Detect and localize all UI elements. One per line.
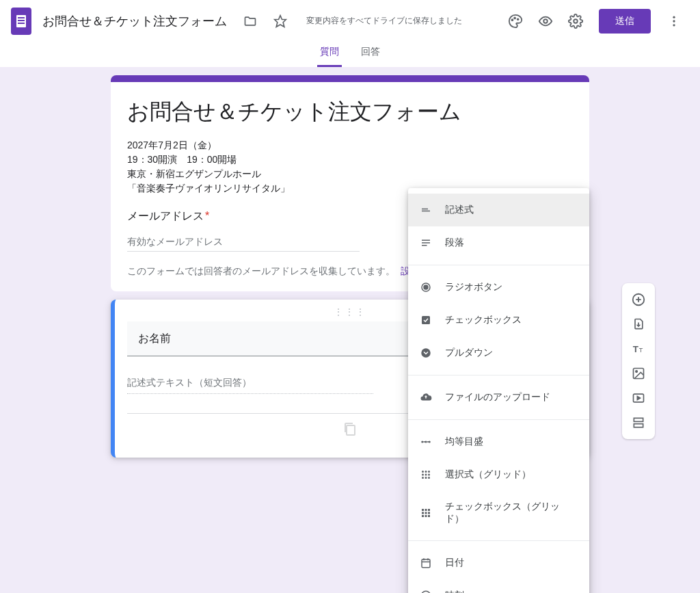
import-questions-icon[interactable] <box>626 312 651 337</box>
option-mc-grid[interactable]: 選択式（グリッド） <box>408 458 589 491</box>
svg-rect-25 <box>422 240 430 241</box>
option-short-answer[interactable]: 記述式 <box>408 194 589 226</box>
svg-rect-21 <box>634 418 643 421</box>
svg-point-43 <box>422 477 424 479</box>
svg-point-18 <box>636 371 638 373</box>
svg-point-29 <box>424 285 428 289</box>
email-input-placeholder: 有効なメールアドレス <box>127 233 360 252</box>
time-icon <box>419 589 433 593</box>
svg-rect-49 <box>422 512 424 514</box>
option-file-upload[interactable]: ファイルのアップロード <box>408 381 589 414</box>
more-icon[interactable] <box>660 8 688 35</box>
dropdown-icon <box>419 346 433 360</box>
svg-point-42 <box>428 474 430 476</box>
svg-point-37 <box>422 471 424 473</box>
option-date[interactable]: 日付 <box>408 546 589 579</box>
svg-rect-30 <box>422 316 430 324</box>
preview-icon[interactable] <box>532 8 559 35</box>
tab-responses[interactable]: 回答 <box>358 42 383 67</box>
date-icon <box>419 556 433 570</box>
svg-point-2 <box>514 17 515 18</box>
svg-point-38 <box>425 471 427 473</box>
svg-text:T: T <box>633 344 638 354</box>
svg-point-45 <box>428 477 430 479</box>
svg-point-7 <box>673 20 675 22</box>
add-video-icon[interactable] <box>626 386 651 410</box>
svg-rect-53 <box>425 515 427 517</box>
svg-rect-50 <box>425 512 427 514</box>
option-checkbox-grid[interactable]: チェックボックス（グリッド） <box>408 491 589 535</box>
svg-point-1 <box>512 19 513 21</box>
add-question-icon[interactable] <box>626 287 651 312</box>
svg-rect-55 <box>422 559 430 568</box>
svg-rect-26 <box>422 242 430 243</box>
document-title[interactable]: お問合せ＆チケット注文フォーム <box>42 13 227 29</box>
form-title[interactable]: お問合せ＆チケット注文フォーム <box>127 97 573 127</box>
svg-point-8 <box>673 24 675 26</box>
add-section-icon[interactable] <box>626 410 651 435</box>
svg-point-5 <box>574 19 578 23</box>
required-asterisk: * <box>205 210 209 222</box>
palette-icon[interactable] <box>502 8 529 35</box>
send-button[interactable]: 送信 <box>599 9 651 34</box>
svg-rect-23 <box>422 209 428 210</box>
option-multiple-choice[interactable]: ラジオボタン <box>408 271 589 304</box>
linear-scale-icon <box>419 435 433 449</box>
svg-point-41 <box>425 474 427 476</box>
star-icon[interactable] <box>267 8 294 35</box>
grid-checkbox-icon <box>419 506 433 520</box>
checkbox-icon <box>419 313 433 327</box>
svg-rect-48 <box>428 509 430 511</box>
svg-point-4 <box>543 19 548 23</box>
svg-point-6 <box>673 16 675 18</box>
option-linear-scale[interactable]: 均等目盛 <box>408 425 589 458</box>
grid-radio-icon <box>419 468 433 482</box>
svg-marker-0 <box>275 15 286 27</box>
short-answer-icon <box>419 203 433 217</box>
option-paragraph[interactable]: 段落 <box>408 226 589 259</box>
app-header: お問合せ＆チケット注文フォーム 変更内容をすべてドライブに保存しました 送信 質… <box>0 0 700 67</box>
svg-marker-20 <box>637 397 640 400</box>
tab-questions[interactable]: 質問 <box>317 42 342 67</box>
svg-rect-54 <box>428 515 430 517</box>
upload-icon <box>419 391 433 404</box>
svg-point-36 <box>429 441 431 443</box>
floating-toolbar: TT <box>622 283 655 439</box>
answer-type-hint: 記述式テキスト（短文回答） <box>127 377 373 394</box>
paragraph-icon <box>419 236 433 250</box>
option-time[interactable]: 時刻 <box>408 579 589 593</box>
svg-point-44 <box>425 477 427 479</box>
svg-rect-22 <box>634 424 643 427</box>
svg-point-34 <box>425 441 427 443</box>
add-image-icon[interactable] <box>626 361 651 386</box>
svg-point-31 <box>421 348 431 358</box>
form-description[interactable]: 2027年7月2日（金） 19：30開演 19：00開場 東京・新宿エグザンプル… <box>127 138 573 196</box>
add-title-icon[interactable]: TT <box>626 337 651 361</box>
save-status: 変更内容をすべてドライブに保存しました <box>306 15 462 27</box>
svg-rect-52 <box>422 515 424 517</box>
option-dropdown[interactable]: プルダウン <box>408 337 589 369</box>
svg-rect-46 <box>422 509 424 511</box>
svg-point-32 <box>421 441 423 443</box>
header-tabs: 質問 回答 <box>0 42 700 67</box>
option-checkboxes[interactable]: チェックボックス <box>408 304 589 337</box>
svg-point-40 <box>422 474 424 476</box>
content-area: お問合せ＆チケット注文フォーム 2027年7月2日（金） 19：30開演 19：… <box>0 67 700 466</box>
svg-rect-11 <box>347 425 355 435</box>
svg-rect-24 <box>422 211 430 212</box>
radio-icon <box>419 280 433 294</box>
svg-rect-51 <box>428 512 430 514</box>
settings-icon[interactable] <box>562 8 589 35</box>
forms-logo-icon[interactable] <box>11 8 31 35</box>
svg-point-3 <box>517 18 519 20</box>
question-type-dropdown: 記述式 段落 ラジオボタン チェックボックス プルダウン ファイルのアップロード… <box>408 188 589 593</box>
svg-rect-27 <box>422 245 427 246</box>
svg-rect-47 <box>425 509 427 511</box>
svg-point-39 <box>428 471 430 473</box>
svg-text:T: T <box>639 347 643 354</box>
folder-icon[interactable] <box>237 8 264 35</box>
